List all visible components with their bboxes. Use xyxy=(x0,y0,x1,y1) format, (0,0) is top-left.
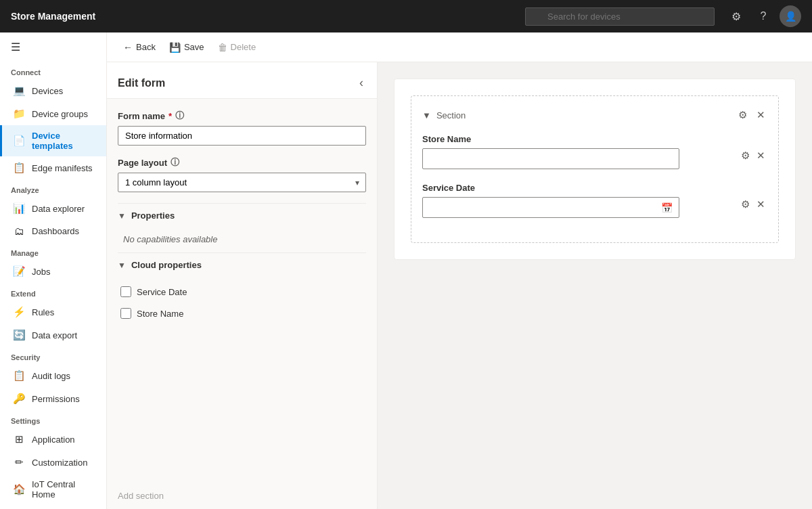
device-groups-icon: 📁 xyxy=(13,108,25,120)
topbar: Store Management 🔍 ⚙ ? 👤 xyxy=(0,0,812,32)
search-wrapper: 🔍 xyxy=(525,7,715,26)
section-extend-label: Extend xyxy=(0,283,106,301)
sidebar-item-application-label: Application xyxy=(32,435,75,445)
sidebar-item-data-export-label: Data export xyxy=(32,330,77,340)
sidebar-item-dashboards-label: Dashboards xyxy=(32,226,79,236)
sidebar-item-device-templates[interactable]: 📄 Device templates xyxy=(0,125,106,156)
form-name-input[interactable] xyxy=(118,126,366,146)
form-preview: ▼ Section ⚙ ✕ Sto xyxy=(394,79,796,260)
edit-panel: Edit form ‹ Form name * ⓘ xyxy=(107,62,378,509)
preview-field-service-date: Service Date 📅 ⚙ ✕ xyxy=(422,183,767,218)
settings-icon-btn[interactable]: ⚙ xyxy=(725,5,747,27)
section-header-left: ▼ Section xyxy=(422,110,466,120)
sidebar-item-device-templates-label: Device templates xyxy=(32,131,95,151)
service-date-close-button[interactable]: ✕ xyxy=(754,196,767,213)
sidebar-item-jobs-label: Jobs xyxy=(32,267,50,277)
form-name-field: Form name * ⓘ xyxy=(118,110,366,146)
sidebar-item-dashboards[interactable]: 🗂 Dashboards xyxy=(0,220,106,242)
form-name-label: Form name * ⓘ xyxy=(118,110,366,122)
add-section-button[interactable]: Add section xyxy=(107,483,377,509)
save-icon: 💾 xyxy=(169,42,181,53)
cloud-prop-store-name-label: Store Name xyxy=(137,309,183,319)
page-layout-info-icon[interactable]: ⓘ xyxy=(171,156,179,169)
preview-area: ▼ Section ⚙ ✕ Sto xyxy=(378,62,812,509)
sidebar-item-data-explorer[interactable]: 📊 Data explorer xyxy=(0,197,106,220)
store-name-settings-button[interactable]: ⚙ xyxy=(739,148,752,164)
data-export-icon: 🔄 xyxy=(13,329,25,341)
preview-field-service-date-row: Service Date 📅 ⚙ ✕ xyxy=(422,183,767,218)
delete-button[interactable]: 🗑 Delete xyxy=(212,39,262,56)
preview-field-service-date-label: Service Date xyxy=(422,183,731,193)
properties-chevron-icon: ▼ xyxy=(118,211,126,221)
edge-manifests-icon: 📋 xyxy=(13,162,25,174)
save-button[interactable]: 💾 Save xyxy=(164,39,210,56)
form-name-info-icon[interactable]: ⓘ xyxy=(175,110,184,122)
hamburger-button[interactable]: ☰ xyxy=(0,32,106,62)
cloud-prop-store-name-checkbox[interactable] xyxy=(120,308,131,319)
sidebar-item-devices[interactable]: 💻 Devices xyxy=(0,79,106,102)
preview-field-service-date-content: Service Date 📅 xyxy=(422,183,731,218)
cloud-prop-service-date-checkbox[interactable] xyxy=(120,286,131,297)
toolbar: ← Back 💾 Save 🗑 Delete xyxy=(107,32,812,62)
sidebar-item-devices-label: Devices xyxy=(32,86,63,96)
avatar-button[interactable]: 👤 xyxy=(780,5,801,27)
back-button[interactable]: ← Back xyxy=(118,39,161,56)
application-icon: ⊞ xyxy=(13,433,25,445)
date-input-wrapper: 📅 xyxy=(422,197,679,218)
properties-content: No capabilities available xyxy=(118,226,366,252)
cloud-prop-store-name[interactable]: Store Name xyxy=(118,303,366,324)
split-pane: Edit form ‹ Form name * ⓘ xyxy=(107,62,812,509)
section-collapse-icon[interactable]: ▼ xyxy=(422,110,431,120)
search-input[interactable] xyxy=(525,7,715,26)
properties-empty: No capabilities available xyxy=(118,231,366,247)
add-section-label: Add section xyxy=(118,491,164,501)
cloud-properties-chevron-icon: ▼ xyxy=(118,261,126,270)
sidebar-item-permissions[interactable]: 🔑 Permissions xyxy=(0,387,106,410)
service-date-settings-button[interactable]: ⚙ xyxy=(739,196,752,213)
preview-field-store-name-row: Store Name ⚙ ✕ xyxy=(422,134,767,169)
preview-service-date-input[interactable] xyxy=(422,197,679,218)
sidebar-item-application[interactable]: ⊞ Application xyxy=(0,428,106,451)
cloud-properties-content: Service Date Store Name xyxy=(118,275,366,330)
section-close-button[interactable]: ✕ xyxy=(754,107,767,123)
sidebar-item-data-export[interactable]: 🔄 Data export xyxy=(0,324,106,347)
cloud-properties-collapsible[interactable]: ▼ Cloud properties xyxy=(118,252,366,275)
sidebar-item-permissions-label: Permissions xyxy=(32,394,80,404)
sidebar-item-edge-manifests[interactable]: 📋 Edge manifests xyxy=(0,156,106,179)
sidebar-item-customization-label: Customization xyxy=(32,458,87,468)
edit-panel-header: Edit form ‹ xyxy=(107,62,377,99)
required-indicator: * xyxy=(168,111,172,121)
sidebar-item-rules[interactable]: ⚡ Rules xyxy=(0,301,106,324)
delete-icon: 🗑 xyxy=(218,42,227,53)
store-name-close-button[interactable]: ✕ xyxy=(754,148,767,164)
preview-store-name-input[interactable] xyxy=(422,148,679,169)
page-layout-select-wrapper: 1 column layout 2 column layout ▾ xyxy=(118,173,366,192)
sidebar-item-audit-logs[interactable]: 📋 Audit logs xyxy=(0,364,106,387)
section-settings-label: Settings xyxy=(0,410,106,428)
jobs-icon: 📝 xyxy=(13,265,25,278)
preview-store-name-actions: ⚙ ✕ xyxy=(739,148,767,164)
content-area: ← Back 💾 Save 🗑 Delete Edit form ‹ xyxy=(107,32,812,509)
properties-collapsible[interactable]: ▼ Properties xyxy=(118,203,366,226)
page-layout-label: Page layout ⓘ xyxy=(118,156,366,169)
sidebar-item-customization[interactable]: ✏ Customization xyxy=(0,451,106,474)
section-settings-button[interactable]: ⚙ xyxy=(736,107,749,123)
main-layout: ☰ Connect 💻 Devices 📁 Device groups 📄 De… xyxy=(0,32,812,509)
cloud-properties-label: Cloud properties xyxy=(131,260,202,270)
sidebar-item-device-groups-label: Device groups xyxy=(32,109,88,119)
help-icon-btn[interactable]: ? xyxy=(752,5,774,27)
cloud-prop-service-date[interactable]: Service Date xyxy=(118,281,366,303)
audit-logs-icon: 📋 xyxy=(13,370,25,382)
edit-panel-body: Form name * ⓘ Page layout ⓘ xyxy=(107,99,377,483)
edit-panel-close-button[interactable]: ‹ xyxy=(357,73,366,93)
sidebar-item-jobs[interactable]: 📝 Jobs xyxy=(0,260,106,283)
properties-label: Properties xyxy=(131,211,175,221)
topbar-icons: ⚙ ? 👤 xyxy=(725,5,801,27)
customization-icon: ✏ xyxy=(13,456,25,468)
sidebar-item-iot-central-home[interactable]: 🏠 IoT Central Home xyxy=(0,474,106,505)
preview-service-date-actions: ⚙ ✕ xyxy=(739,196,767,213)
sidebar-item-device-groups[interactable]: 📁 Device groups xyxy=(0,102,106,125)
sidebar-item-iot-central-home-label: IoT Central Home xyxy=(32,479,95,500)
section-analyze-label: Analyze xyxy=(0,179,106,197)
page-layout-select[interactable]: 1 column layout 2 column layout xyxy=(118,173,366,192)
